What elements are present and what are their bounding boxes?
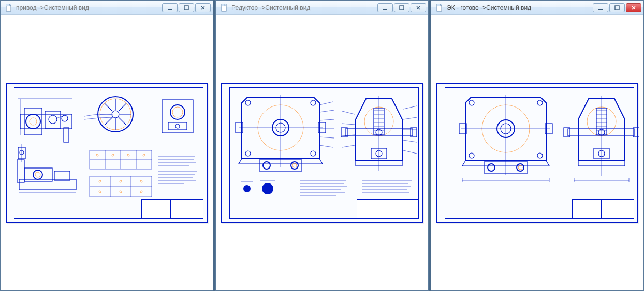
drawing-viewport[interactable] — [216, 15, 428, 290]
drawing-viewport[interactable] — [431, 15, 643, 290]
minimize-button[interactable] — [593, 3, 608, 12]
drawing-sheet — [221, 83, 423, 223]
minimize-button[interactable] — [162, 3, 178, 12]
titlebar[interactable]: Редуктор ->Системный вид — [216, 1, 428, 15]
document-icon — [220, 4, 228, 12]
title-block — [141, 199, 203, 219]
svg-rect-53 — [400, 6, 404, 10]
drawing-sheet — [6, 83, 208, 223]
mdi-child-window[interactable]: Редуктор ->Системный вид — [215, 0, 429, 291]
svg-rect-107 — [615, 6, 619, 10]
drawing-sheet — [436, 83, 638, 223]
svg-rect-52 — [383, 9, 387, 10]
document-icon — [435, 4, 444, 12]
svg-rect-106 — [598, 9, 603, 10]
maximize-button[interactable] — [394, 3, 409, 12]
mdi-child-window[interactable]: привод ->Системный вид — [0, 0, 213, 291]
titlebar[interactable]: ЭК - готово ->Системный вид — [431, 1, 643, 15]
mdi-child-window[interactable]: ЭК - готово ->Системный вид — [431, 0, 644, 291]
close-button[interactable] — [195, 3, 211, 12]
minimize-button[interactable] — [377, 3, 393, 12]
window-controls — [377, 3, 426, 12]
maximize-button[interactable] — [609, 3, 625, 12]
close-button[interactable] — [626, 3, 641, 12]
svg-rect-2 — [168, 9, 172, 10]
window-controls — [593, 3, 641, 12]
window-title: привод ->Системный вид — [16, 4, 159, 11]
maximize-button[interactable] — [179, 3, 194, 12]
svg-rect-3 — [184, 6, 188, 10]
window-title: ЭК - готово ->Системный вид — [447, 4, 590, 11]
titlebar[interactable]: привод ->Системный вид — [1, 1, 213, 15]
title-block — [357, 199, 419, 219]
drawing-viewport[interactable] — [1, 15, 213, 290]
close-button[interactable] — [411, 3, 426, 12]
window-title: Редуктор ->Системный вид — [231, 4, 374, 11]
document-icon — [5, 4, 13, 12]
mdi-desktop: привод ->Системный вид — [0, 0, 644, 291]
window-controls — [162, 3, 211, 12]
title-block — [572, 199, 634, 219]
